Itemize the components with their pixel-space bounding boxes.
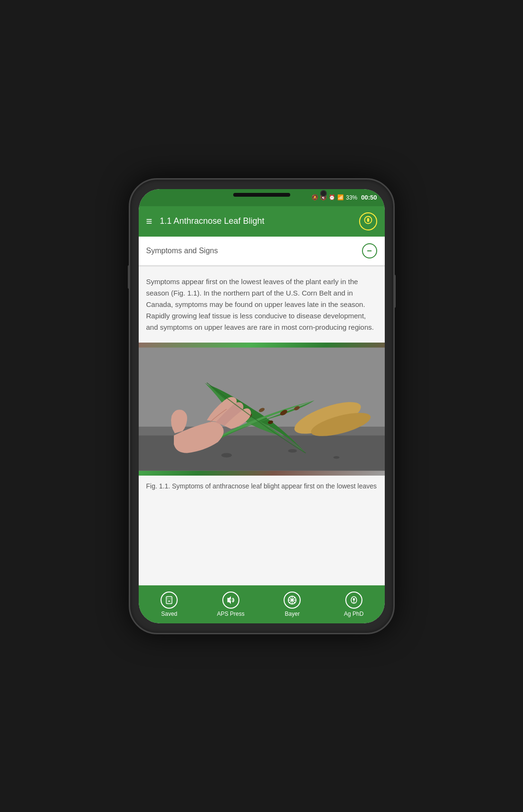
nav-item-saved[interactable]: Saved xyxy=(139,592,200,617)
battery-level: 33% xyxy=(346,194,357,201)
bayer-icon xyxy=(284,592,301,609)
phone-device: 🔕 🔇 ⏰ 📶 33% 00:50 ≡ 1.1 Anthracnose Leaf… xyxy=(129,178,395,634)
svg-point-8 xyxy=(333,456,339,459)
plant-svg xyxy=(139,343,385,476)
nav-item-aps-press[interactable]: APS APS Press xyxy=(200,592,262,617)
aps-press-icon: APS xyxy=(222,592,239,609)
bottom-nav: Saved APS APS Press xyxy=(139,585,385,623)
ag-phd-label: Ag PhD xyxy=(344,611,363,617)
signal-icon: 📶 xyxy=(337,194,344,201)
alarm-icon: ⏰ xyxy=(329,194,335,201)
svg-rect-1 xyxy=(367,218,369,222)
saved-icon xyxy=(161,592,178,609)
plant-image xyxy=(139,343,385,476)
page-title: 1.1 Anthracnose Leaf Blight xyxy=(160,216,359,226)
description-block: Symptoms appear first on the lowest leav… xyxy=(139,267,385,343)
bookmark-icon xyxy=(364,216,372,227)
nav-item-ag-phd[interactable]: Ag PhD xyxy=(323,592,385,617)
section-title: Symptoms and Signs xyxy=(146,247,362,255)
ag-phd-icon xyxy=(345,592,362,609)
svg-text:APS: APS xyxy=(229,599,233,601)
menu-icon[interactable]: ≡ xyxy=(146,215,152,228)
image-caption: Fig. 1.1. Symptoms of anthracnose leaf b… xyxy=(139,476,385,499)
svg-point-24 xyxy=(291,599,294,601)
svg-point-6 xyxy=(221,453,231,457)
collapse-button[interactable]: − xyxy=(362,243,377,258)
camera xyxy=(320,190,327,197)
app-bar: ≡ 1.1 Anthracnose Leaf Blight xyxy=(139,206,385,237)
notification-icon: 🔕 xyxy=(312,194,318,201)
saved-label: Saved xyxy=(161,611,177,617)
power-button xyxy=(393,275,396,308)
status-bar: 🔕 🔇 ⏰ 📶 33% 00:50 xyxy=(139,189,385,206)
bayer-label: Bayer xyxy=(285,611,300,617)
svg-point-17 xyxy=(169,600,170,602)
bookmark-button[interactable] xyxy=(359,212,377,230)
aps-press-label: APS Press xyxy=(217,611,245,617)
section-header: Symptoms and Signs − xyxy=(139,237,385,266)
svg-point-7 xyxy=(288,449,297,452)
minus-icon: − xyxy=(367,247,372,255)
image-block: Fig. 1.1. Symptoms of anthracnose leaf b… xyxy=(139,343,385,499)
volume-button xyxy=(128,265,130,289)
content-area: Symptoms and Signs − Symptoms appear fir… xyxy=(139,237,385,585)
nav-item-bayer[interactable]: Bayer xyxy=(262,592,323,617)
svg-rect-16 xyxy=(166,596,172,603)
app-screen: 🔕 🔇 ⏰ 📶 33% 00:50 ≡ 1.1 Anthracnose Leaf… xyxy=(139,189,385,623)
description-text: Symptoms appear first on the lowest leav… xyxy=(146,276,377,333)
clock: 00:50 xyxy=(361,194,377,201)
speaker xyxy=(233,193,290,197)
phone-screen: 🔕 🔇 ⏰ 📶 33% 00:50 ≡ 1.1 Anthracnose Leaf… xyxy=(139,189,385,623)
